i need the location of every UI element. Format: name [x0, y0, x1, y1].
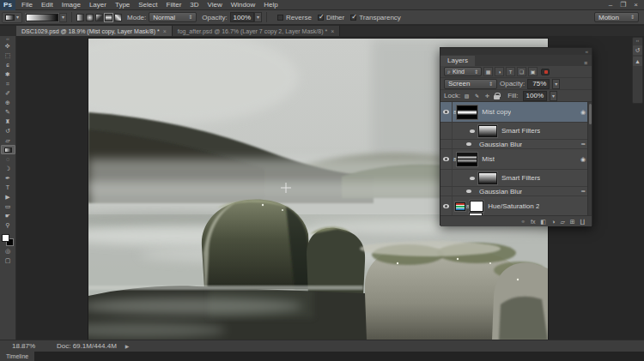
menu-select[interactable]: Select: [134, 0, 161, 10]
filter-adjustment-layers-icon[interactable]: ◑: [495, 67, 504, 76]
visibility-toggle[interactable]: [440, 102, 453, 122]
layer-row-mist-copy[interactable]: 8 Mist copy ◉: [440, 102, 592, 123]
tool-dodge[interactable]: ☽: [1, 164, 15, 173]
filter-pixel-layers-icon[interactable]: ▦: [483, 67, 493, 76]
opacity-dropdown-button[interactable]: ▾: [254, 12, 262, 22]
filter-kind-select[interactable]: ⌕ Kind ⇕: [444, 67, 482, 76]
reflected-gradient-button[interactable]: [105, 14, 112, 21]
visibility-toggle[interactable]: [466, 190, 471, 193]
foreground-color-swatch[interactable]: [2, 234, 9, 242]
tool-type[interactable]: T: [1, 183, 15, 192]
smart-filter-badge-icon[interactable]: ◉: [580, 156, 586, 163]
link-layers-icon[interactable]: ⚭: [520, 219, 526, 225]
radial-gradient-button[interactable]: [86, 14, 94, 21]
scrollbar-thumb[interactable]: [589, 104, 592, 124]
tool-history-brush[interactable]: ↺: [1, 126, 15, 135]
opacity-dropdown-button[interactable]: ▾: [552, 79, 560, 89]
filter-mask-thumbnail[interactable]: [478, 125, 497, 137]
delete-layer-icon[interactable]: ∐: [580, 219, 585, 225]
dither-checkbox[interactable]: [318, 15, 324, 21]
layer-effects-icon[interactable]: fx: [531, 219, 535, 225]
panel-menu-icon[interactable]: ≡: [584, 60, 592, 66]
menu-type[interactable]: Type: [111, 0, 134, 10]
gradient-editor[interactable]: ▾: [26, 13, 67, 22]
menu-layer[interactable]: Layer: [85, 0, 111, 10]
visibility-toggle[interactable]: [440, 196, 453, 215]
layer-row-hue-saturation[interactable]: 8 Hue/Saturation 2: [440, 196, 592, 215]
menu-window[interactable]: Window: [227, 0, 259, 10]
quick-mask-button[interactable]: ◎: [1, 246, 15, 256]
linear-gradient-button[interactable]: [76, 14, 84, 21]
screen-mode-button[interactable]: ▢: [1, 256, 15, 265]
reverse-checkbox[interactable]: [277, 15, 283, 21]
history-panel-icon[interactable]: ↺: [633, 45, 642, 55]
filter-shape-layers-icon[interactable]: ❏: [517, 67, 526, 76]
filter-smart-objects-icon[interactable]: ▣: [528, 67, 538, 76]
menu-file[interactable]: File: [17, 0, 37, 10]
tool-eraser[interactable]: ▱: [1, 135, 15, 145]
layer-opacity-value[interactable]: 75%: [527, 79, 550, 89]
tool-healing-brush[interactable]: ⊕: [1, 98, 15, 107]
workspace-select[interactable]: Motion ⇕: [594, 12, 639, 22]
menu-image[interactable]: Image: [58, 0, 85, 10]
tool-zoom[interactable]: ⚲: [1, 220, 15, 230]
menu-3d[interactable]: 3D: [185, 0, 203, 10]
lock-position-icon[interactable]: ✛: [483, 92, 491, 99]
menu-help[interactable]: Help: [259, 0, 282, 10]
mask-link-icon[interactable]: 8: [453, 157, 456, 162]
expand-panels-icon[interactable]: ‹‹: [636, 38, 639, 44]
layer-thumbnail[interactable]: [457, 153, 477, 166]
adjustment-icon[interactable]: [455, 202, 465, 211]
lock-all-icon[interactable]: [494, 95, 500, 99]
collapse-panel-icon[interactable]: ‹‹: [586, 49, 588, 54]
mask-link-icon[interactable]: 8: [453, 110, 456, 115]
tool-pen[interactable]: ✒: [1, 173, 15, 183]
tab-dsc1029[interactable]: DSC1029.psd @ 18.9% (Mist copy, Layer Ma…: [16, 26, 173, 36]
filter-options-icon[interactable]: ≂: [580, 188, 586, 195]
lock-pixels-icon[interactable]: ✎: [473, 92, 481, 99]
filter-options-icon[interactable]: ≂: [580, 141, 586, 147]
smart-filter-badge-icon[interactable]: ◉: [580, 109, 586, 116]
close-icon[interactable]: ×: [331, 28, 334, 34]
layer-mask-thumbnail[interactable]: [457, 105, 477, 119]
close-icon[interactable]: ×: [163, 28, 167, 34]
tool-gradient[interactable]: [1, 145, 15, 154]
visibility-toggle[interactable]: [470, 177, 475, 180]
tool-lasso[interactable]: ɕ: [1, 60, 15, 69]
layers-scrollbar[interactable]: [587, 102, 592, 215]
tool-eyedropper[interactable]: ✐: [1, 88, 15, 98]
visibility-toggle[interactable]: [440, 149, 453, 169]
menu-filter[interactable]: Filter: [162, 0, 186, 10]
fill-value[interactable]: 100%: [523, 91, 547, 101]
add-layer-mask-icon[interactable]: ◧: [541, 219, 547, 225]
tool-blur[interactable]: ◌: [1, 154, 15, 164]
tool-brush[interactable]: ✎: [1, 107, 15, 117]
tool-path-selection[interactable]: ▶: [1, 192, 15, 202]
tool-rectangle[interactable]: ▭: [1, 202, 15, 211]
minimize-button[interactable]: –: [609, 1, 612, 9]
timeline-tab[interactable]: Timeline: [0, 352, 34, 361]
blend-mode-select[interactable]: Screen ⇕: [444, 79, 497, 89]
layer-row-gaussian-blur-1[interactable]: Gaussian Blur ≂: [440, 140, 592, 149]
chevron-down-icon[interactable]: ▾: [59, 13, 67, 22]
menu-view[interactable]: View: [204, 0, 227, 10]
tool-preset-picker[interactable]: ▾: [2, 12, 22, 23]
lock-transparency-icon[interactable]: ▨: [463, 92, 471, 99]
tool-hand[interactable]: ☛: [1, 211, 15, 220]
visibility-toggle[interactable]: [470, 129, 475, 133]
diamond-gradient-button[interactable]: [114, 14, 122, 21]
layer-row-gaussian-blur-2[interactable]: Gaussian Blur ≂: [440, 187, 592, 196]
new-layer-icon[interactable]: ⊞: [570, 219, 575, 225]
tab-fog-after[interactable]: fog_after.psd @ 16.7% (Layer 7 copy 2, L…: [173, 26, 341, 36]
layer-row-smart-filters-2[interactable]: Smart Filters: [440, 170, 592, 187]
close-button[interactable]: ×: [634, 1, 638, 9]
tool-clone-stamp[interactable]: ♜: [1, 117, 15, 126]
layer-row-mist[interactable]: 8 Mist ◉: [440, 149, 592, 170]
filter-toggle-switch[interactable]: [541, 69, 550, 75]
filter-type-layers-icon[interactable]: T: [506, 67, 515, 76]
angle-gradient-button[interactable]: [95, 14, 103, 21]
tool-move[interactable]: ✜: [1, 41, 15, 51]
new-group-icon[interactable]: ▱: [560, 219, 564, 225]
menu-edit[interactable]: Edit: [37, 0, 58, 10]
mode-select[interactable]: Normal ⇕: [149, 12, 197, 22]
